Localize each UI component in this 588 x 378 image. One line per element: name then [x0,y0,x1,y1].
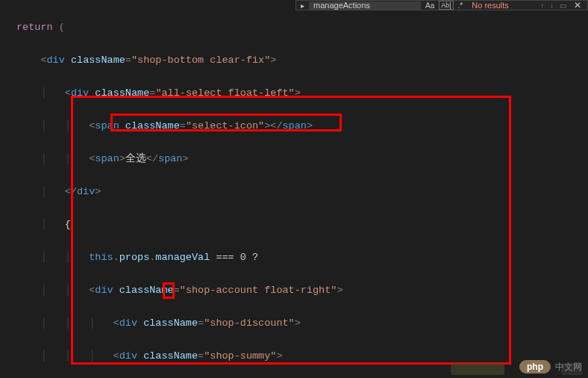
find-input[interactable] [309,1,421,10]
code-line: │ { [0,217,588,233]
match-case-icon[interactable]: Aa [424,1,436,10]
code-line: │ │ <span>全选</span> [0,151,588,167]
code-editor[interactable]: return ( <div className="shop-bottom cle… [0,0,588,378]
close-icon[interactable]: ✕ [571,0,584,10]
regex-icon[interactable]: .* [457,1,465,10]
find-prev-icon[interactable]: ↑ [539,1,545,10]
code-line: │ │ <span className="select-icon"></span… [0,118,588,134]
find-widget[interactable]: ▸ Aa Ab| .* No results ↑ ↓ ▭ ✕ [295,0,588,10]
code-line: return ( [0,19,588,36]
code-line: │ │ this.props.manageVal === 0 ? [0,250,588,266]
code-line: │ │ │ <div className="shop-discount"> [0,315,588,332]
code-line: │ <div className="all-select float-left"… [0,85,588,102]
code-line: │ </div> [0,184,588,200]
code-line: │ │ │ <div className="shop-summy"> [0,348,588,365]
whole-word-icon[interactable]: Ab| [439,1,453,10]
code-line: │ │ <div className="shop-account float-r… [0,282,588,299]
find-next-icon[interactable]: ↓ [548,1,555,10]
watermark-badge: php [519,360,551,374]
code-line: <div className="shop-bottom clear-fix"> [0,52,588,69]
overlay-button [451,363,504,375]
find-expand-icon[interactable]: ▸ [299,1,306,10]
find-selection-icon[interactable]: ▭ [558,1,568,10]
find-results-label: No results [467,1,536,10]
watermark-text: 中文网 [555,361,582,374]
watermark: php 中文网 [519,360,582,374]
